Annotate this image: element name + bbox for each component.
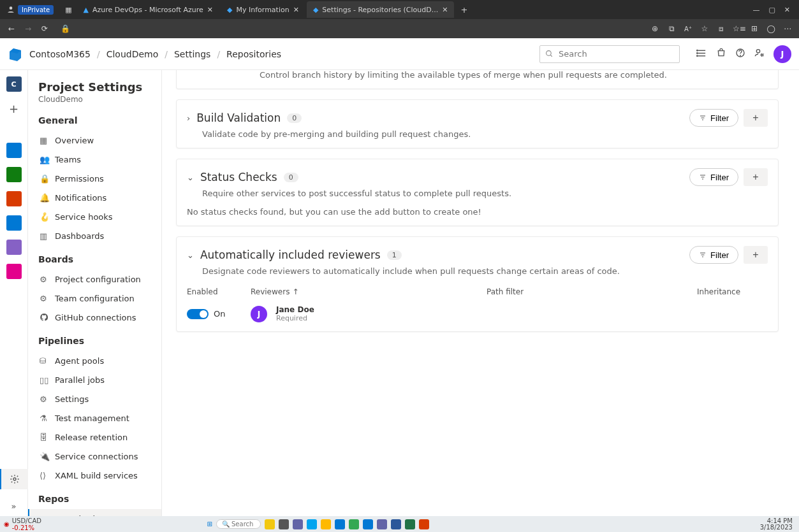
reviewer-row[interactable]: On J Jane Doe Required xyxy=(187,305,768,322)
taskbar-app-icon[interactable] xyxy=(349,519,359,529)
chevron-down-icon[interactable]: ⌄ xyxy=(187,250,194,260)
header-actions: J xyxy=(696,45,791,63)
addr-icon[interactable]: A⁺ xyxy=(683,25,693,32)
taskbar-app-icon[interactable] xyxy=(405,519,415,529)
col-reviewers[interactable]: Reviewers↑ xyxy=(251,287,487,296)
rail-project-tile[interactable]: C xyxy=(5,75,23,93)
taskbar-app-icon[interactable] xyxy=(377,519,387,529)
addr-icon[interactable]: ⧈ xyxy=(716,24,726,33)
addr-icon[interactable]: ◯ xyxy=(766,24,776,33)
nav-back-icon[interactable]: ← xyxy=(6,24,17,33)
rail-testplans-icon[interactable] xyxy=(5,238,23,256)
addr-icon[interactable]: ⧉ xyxy=(666,24,677,33)
nav-service-hooks[interactable]: 🪝Service hooks xyxy=(38,207,161,226)
rail-overview-icon[interactable] xyxy=(5,141,23,159)
rail-expand-button[interactable]: » xyxy=(0,496,28,516)
rail-artifacts-icon[interactable] xyxy=(5,262,23,280)
nav-release-retention[interactable]: 🗄Release retention xyxy=(38,428,161,447)
taskbar-widget[interactable]: ◉ USD/CAD -0.21% xyxy=(0,517,41,531)
tab-vertical-toggle[interactable]: ▦ xyxy=(61,1,75,18)
help-icon[interactable] xyxy=(735,48,745,60)
taskbar-app-icon[interactable] xyxy=(391,519,401,529)
close-window-button[interactable]: ✕ xyxy=(784,6,790,14)
breadcrumb-org[interactable]: ContosoM365 xyxy=(29,49,91,59)
taskbar-clock[interactable]: 4:14 PM 3/18/2023 xyxy=(760,518,799,531)
rail-repos-icon[interactable] xyxy=(5,190,23,208)
rail-settings-button[interactable] xyxy=(0,469,28,489)
taskbar-app-icon[interactable] xyxy=(321,519,331,529)
tab-close-icon[interactable]: ✕ xyxy=(293,6,299,14)
nav-github[interactable]: GitHub connections xyxy=(38,308,161,327)
overview-icon: ▦ xyxy=(40,136,50,145)
browser-tab-0[interactable]: ▲ Azure DevOps - Microsoft Azure ✕ xyxy=(77,1,219,18)
nav-service-connections[interactable]: 🔌Service connections xyxy=(38,447,161,466)
chevron-down-icon[interactable]: ⌄ xyxy=(187,173,194,182)
addr-icon[interactable]: ⊕ xyxy=(650,24,660,33)
tab-close-icon[interactable]: ✕ xyxy=(207,6,213,14)
nav-parallel-jobs[interactable]: ▯▯Parallel jobs xyxy=(38,370,161,389)
taskbar-app-icon[interactable] xyxy=(307,519,317,529)
nav-repositories[interactable]: ◆Repositories xyxy=(28,509,161,516)
add-button[interactable]: + xyxy=(744,246,768,264)
nav-agent-pools[interactable]: ⛁Agent pools xyxy=(38,351,161,370)
nav-permissions[interactable]: 🔒Permissions xyxy=(38,169,161,188)
taskbar-app-icon[interactable] xyxy=(293,519,303,529)
tab-close-icon[interactable]: ✕ xyxy=(442,6,448,14)
browser-tab-strip: InPrivate ▦ ▲ Azure DevOps - Microsoft A… xyxy=(0,0,799,19)
nav-notifications[interactable]: 🔔Notifications xyxy=(38,188,161,207)
favorite-icon[interactable]: ☆ xyxy=(700,24,710,33)
browser-tab-2[interactable]: ◆ Settings - Repositories (CloudD... ✕ xyxy=(307,1,454,18)
col-enabled[interactable]: Enabled xyxy=(187,287,251,296)
enabled-toggle[interactable] xyxy=(187,309,209,319)
svg-point-0 xyxy=(10,6,13,10)
minimize-button[interactable]: — xyxy=(752,6,759,14)
nav-overview[interactable]: ▦Overview xyxy=(38,131,161,150)
nav-project-config[interactable]: ⚙Project configuration xyxy=(38,270,161,289)
chevron-right-icon[interactable]: › xyxy=(187,113,190,123)
nav-pipeline-settings[interactable]: ⚙Settings xyxy=(38,389,161,408)
nav-teams[interactable]: 👥Teams xyxy=(38,150,161,169)
taskbar-app-icon[interactable] xyxy=(335,519,345,529)
favorites-bar-icon[interactable]: ☆≡ xyxy=(733,24,743,33)
tab-label: Azure DevOps - Microsoft Azure xyxy=(92,6,203,14)
breadcrumb-repos[interactable]: Repositories xyxy=(226,49,281,59)
rail-pipelines-icon[interactable] xyxy=(5,214,23,232)
nav-xaml[interactable]: ⟨⟩XAML build services xyxy=(38,466,161,485)
taskbar-app-icon[interactable] xyxy=(419,519,429,529)
nav-team-config[interactable]: ⚙Team configuration xyxy=(38,289,161,308)
filter-button[interactable]: Filter xyxy=(689,168,738,186)
collections-icon[interactable]: ⊞ xyxy=(749,24,759,33)
user-settings-icon[interactable] xyxy=(754,48,765,60)
section-reviewers: ⌄ Automatically included reviewers 1 Fil… xyxy=(176,236,779,332)
taskbar-app-icon[interactable] xyxy=(279,519,289,529)
refresh-icon[interactable]: ⟳ xyxy=(40,24,50,33)
breadcrumb-settings[interactable]: Settings xyxy=(174,49,210,59)
nav-test-management[interactable]: ⚗Test management xyxy=(38,408,161,428)
section-status-checks: ⌄ Status Checks 0 Filter + Require other… xyxy=(176,159,779,226)
col-path[interactable]: Path filter xyxy=(487,287,697,296)
nav-dashboards[interactable]: ▥Dashboards xyxy=(38,226,161,245)
col-inheritance[interactable]: Inheritance xyxy=(697,287,740,296)
search-input[interactable]: Search xyxy=(539,45,680,63)
nav-forward-icon[interactable]: → xyxy=(23,24,33,33)
rail-boards-icon[interactable] xyxy=(5,166,23,183)
filter-icon xyxy=(699,251,707,259)
filter-button[interactable]: Filter xyxy=(689,246,738,264)
taskbar-search[interactable]: 🔍 Search xyxy=(216,519,261,529)
site-info-icon[interactable]: 🔒 xyxy=(60,24,70,33)
start-button[interactable]: ⊞ xyxy=(207,521,212,528)
browser-tab-1[interactable]: ◆ My Information ✕ xyxy=(221,1,305,18)
add-button[interactable]: + xyxy=(744,109,768,127)
add-button[interactable]: + xyxy=(744,168,768,186)
new-tab-button[interactable]: + xyxy=(455,5,473,15)
work-items-icon[interactable] xyxy=(696,48,707,61)
rail-add-button[interactable]: + xyxy=(5,99,23,117)
filter-button[interactable]: Filter xyxy=(689,109,738,127)
menu-icon[interactable]: ⋯ xyxy=(782,24,793,33)
user-avatar[interactable]: J xyxy=(773,45,791,63)
taskbar-app-icon[interactable] xyxy=(265,519,275,529)
breadcrumb-project[interactable]: CloudDemo xyxy=(106,49,159,59)
maximize-button[interactable]: ▢ xyxy=(768,6,775,14)
marketplace-icon[interactable] xyxy=(716,48,726,60)
taskbar-app-icon[interactable] xyxy=(363,519,373,529)
